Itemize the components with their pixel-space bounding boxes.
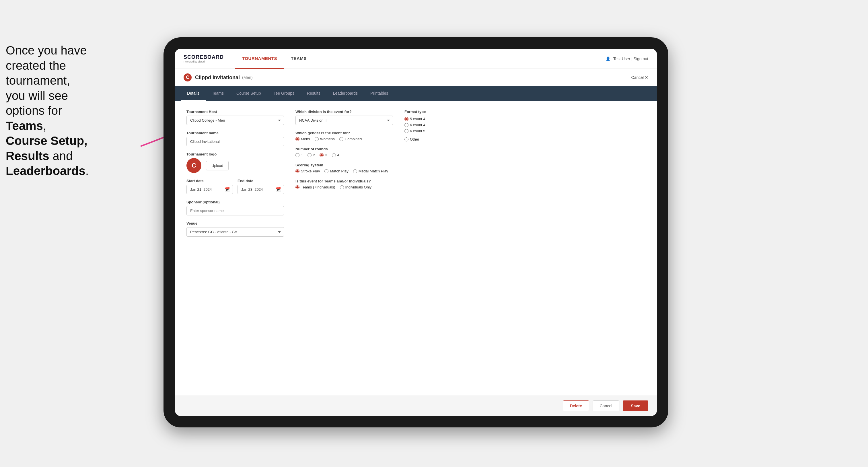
logo-area: SCOREBOARD Powered by clippd: [184, 54, 224, 63]
date-row: Start date 📅 End date 📅: [186, 179, 284, 194]
venue-label: Venue: [186, 221, 284, 225]
format-type-group: Format type 5 count 4 6 count 4 6 count …: [404, 110, 645, 142]
scoring-group: Scoring system Stroke Play Match Play: [296, 163, 393, 173]
logo-upload-area: C Upload: [186, 158, 284, 173]
nav-teams[interactable]: TEAMS: [284, 49, 313, 69]
tournament-host-label: Tournament Host: [186, 110, 284, 114]
nav-links: TOURNAMENTS TEAMS: [235, 49, 606, 69]
venue-select[interactable]: Peachtree GC - Atlanta - GA: [186, 227, 284, 237]
venue-group: Venue Peachtree GC - Atlanta - GA: [186, 221, 284, 237]
gender-group: Which gender is the event for? Mens Wome…: [296, 131, 393, 141]
gender-label: Which gender is the event for?: [296, 131, 393, 135]
individuals-label: Is this event for Teams and/or Individua…: [296, 179, 393, 183]
scoring-stroke[interactable]: Stroke Play: [296, 169, 320, 173]
tournament-logo-label: Tournament logo: [186, 152, 284, 156]
logo-subtitle: Powered by clippd: [184, 60, 224, 63]
format-type-label: Format type: [404, 110, 645, 114]
individuals-teams[interactable]: Teams (+Individuals): [296, 185, 335, 189]
scoring-label: Scoring system: [296, 163, 393, 167]
save-button[interactable]: Save: [623, 400, 648, 411]
scoring-radio-group: Stroke Play Match Play Medal Match Play: [296, 169, 393, 173]
individuals-group: Is this event for Teams and/or Individua…: [296, 179, 393, 189]
tournament-header: C Clippd Invitational (Men) Cancel ✕: [175, 69, 657, 86]
rounds-radio-group: 1 2 3 4: [296, 153, 393, 157]
gender-womens[interactable]: Womens: [315, 137, 335, 141]
back-icon[interactable]: C: [184, 73, 192, 82]
rounds-1[interactable]: 1: [296, 153, 303, 157]
individuals-only[interactable]: Individuals Only: [340, 185, 372, 189]
division-label: Which division is the event for?: [296, 110, 393, 114]
end-date-label: End date: [238, 179, 284, 183]
delete-button[interactable]: Delete: [563, 400, 589, 411]
scoring-medal-match[interactable]: Medal Match Play: [353, 169, 388, 173]
gender-mens[interactable]: Mens: [296, 137, 310, 141]
sponsor-group: Sponsor (optional): [186, 200, 284, 215]
rounds-label: Number of rounds: [296, 147, 393, 151]
format-other[interactable]: Other: [404, 137, 420, 142]
tablet-screen: SCOREBOARD Powered by clippd TOURNAMENTS…: [175, 49, 657, 416]
format-6count5[interactable]: 6 count 5: [404, 129, 645, 133]
start-date-input[interactable]: [186, 185, 233, 194]
cancel-top-button[interactable]: Cancel ✕: [631, 75, 648, 80]
form-area: Tournament Host Clippd College - Men Tou…: [175, 101, 657, 396]
tab-teams[interactable]: Teams: [206, 86, 230, 101]
top-nav: SCOREBOARD Powered by clippd TOURNAMENTS…: [175, 49, 657, 69]
rounds-2[interactable]: 2: [308, 153, 315, 157]
tournament-host-select[interactable]: Clippd College - Men: [186, 116, 284, 125]
tournament-logo-group: Tournament logo C Upload: [186, 152, 284, 173]
tab-tee-groups[interactable]: Tee Groups: [267, 86, 301, 101]
tournament-name-label: Tournament name: [186, 131, 284, 135]
start-date-label: Start date: [186, 179, 233, 183]
instruction-text: Once you have created the tournament, yo…: [0, 37, 141, 184]
sponsor-input[interactable]: [186, 206, 284, 215]
logo-circle: C: [186, 158, 202, 173]
gender-radio-group: Mens Womens Combined: [296, 137, 393, 141]
tournament-host-group: Tournament Host Clippd College - Men: [186, 110, 284, 125]
scoring-match[interactable]: Match Play: [324, 169, 348, 173]
user-sign-out[interactable]: Test User | Sign out: [613, 57, 648, 61]
tablet-frame: SCOREBOARD Powered by clippd TOURNAMENTS…: [163, 37, 669, 428]
division-select[interactable]: NCAA Division III: [296, 116, 393, 125]
nav-tournaments[interactable]: TOURNAMENTS: [235, 49, 284, 69]
form-col-3: Format type 5 count 4 6 count 4 6 count …: [404, 110, 645, 387]
rounds-3[interactable]: 3: [319, 153, 327, 157]
format-6count4[interactable]: 6 count 4: [404, 123, 645, 127]
format-5count4[interactable]: 5 count 4: [404, 117, 645, 121]
form-col-1: Tournament Host Clippd College - Men Tou…: [186, 110, 284, 387]
user-icon: 👤: [606, 57, 611, 61]
action-bar: Delete Cancel Save: [175, 396, 657, 416]
start-date-wrap: 📅: [186, 185, 233, 194]
sponsor-label: Sponsor (optional): [186, 200, 284, 204]
rounds-4[interactable]: 4: [332, 153, 339, 157]
end-date-group: End date 📅: [238, 179, 284, 194]
division-group: Which division is the event for? NCAA Di…: [296, 110, 393, 125]
tab-printables[interactable]: Printables: [364, 86, 395, 101]
tournament-name-group: Tournament name: [186, 131, 284, 146]
tab-bar: Details Teams Course Setup Tee Groups Re…: [175, 86, 657, 101]
end-date-wrap: 📅: [238, 185, 284, 194]
logo-title: SCOREBOARD: [184, 54, 224, 60]
tournament-title: Clippd Invitational: [195, 74, 240, 81]
user-area: 👤 Test User | Sign out: [606, 57, 648, 61]
start-date-group: Start date 📅: [186, 179, 233, 194]
tab-course-setup[interactable]: Course Setup: [230, 86, 267, 101]
form-col-2: Which division is the event for? NCAA Di…: [296, 110, 393, 387]
tournament-name-input[interactable]: [186, 137, 284, 146]
tournament-subtitle: (Men): [242, 75, 253, 80]
individuals-radio-group: Teams (+Individuals) Individuals Only: [296, 185, 393, 189]
upload-button[interactable]: Upload: [206, 161, 228, 170]
rounds-group: Number of rounds 1 2 3: [296, 147, 393, 157]
gender-combined[interactable]: Combined: [339, 137, 362, 141]
tab-results[interactable]: Results: [301, 86, 327, 101]
tab-leaderboards[interactable]: Leaderboards: [327, 86, 364, 101]
tab-details[interactable]: Details: [181, 86, 206, 101]
end-date-input[interactable]: [238, 185, 284, 194]
cancel-button[interactable]: Cancel: [593, 400, 620, 411]
